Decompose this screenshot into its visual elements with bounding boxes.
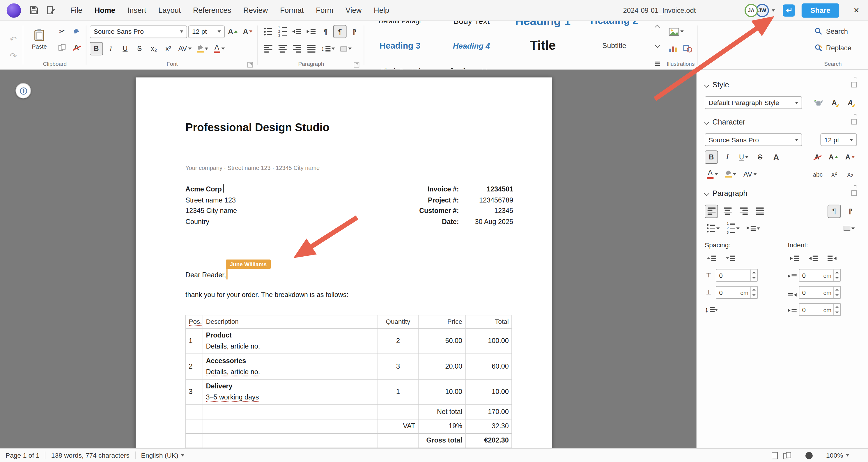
menu-help[interactable]: Help xyxy=(368,3,395,18)
menu-view[interactable]: View xyxy=(339,3,368,18)
zoom-control[interactable]: 100% xyxy=(826,452,849,459)
sidebar-underline-button[interactable]: U xyxy=(737,150,751,164)
numbered-list-button[interactable]: 123 xyxy=(276,25,289,38)
edit-style-icon[interactable]: A xyxy=(843,96,857,109)
sidebar-superscript-button[interactable]: x² xyxy=(828,167,841,181)
grow-font-button[interactable]: A xyxy=(226,25,240,38)
replace-button[interactable]: Replace xyxy=(812,40,854,55)
align-left-button[interactable] xyxy=(261,42,275,56)
sidebar-subscript-button[interactable]: x₂ xyxy=(843,167,857,181)
new-style-icon[interactable]: A xyxy=(828,96,841,109)
bullet-list-button[interactable] xyxy=(261,25,275,38)
gallery-scroll-up-icon[interactable] xyxy=(654,25,660,30)
sidebar-numbered-list-button[interactable]: 123 xyxy=(724,222,742,235)
sidebar-character-dialog-button[interactable]: A xyxy=(770,150,783,164)
style-section-expander-icon[interactable] xyxy=(851,82,857,87)
paste-button[interactable]: Paste xyxy=(27,24,52,55)
mode-toggle-button[interactable] xyxy=(783,4,795,16)
clear-formatting-icon[interactable]: A xyxy=(70,41,83,54)
menu-insert[interactable]: Insert xyxy=(121,3,152,18)
style-preformatted[interactable]: Preformatte xyxy=(436,58,507,69)
single-page-view-icon[interactable] xyxy=(772,452,778,459)
style-heading-3[interactable]: Heading 3 xyxy=(365,33,436,58)
multi-page-view-icon[interactable] xyxy=(783,452,792,459)
indent-after-stepper[interactable] xyxy=(833,287,840,298)
indent-before-field[interactable]: 0 cm xyxy=(799,269,841,282)
sidebar-align-right-button[interactable] xyxy=(737,204,750,218)
underline-button[interactable]: U xyxy=(119,42,132,56)
decrease-indent-icon[interactable] xyxy=(807,252,820,265)
style-section-header[interactable]: Style xyxy=(705,76,857,93)
justify-button[interactable] xyxy=(305,42,318,56)
document-canvas[interactable]: Professional Design Studio Your company … xyxy=(0,70,696,448)
space-below-stepper[interactable] xyxy=(750,287,757,298)
font-size-combobox[interactable]: 12 pt xyxy=(188,25,225,38)
copy-icon[interactable] xyxy=(55,41,69,54)
menu-file[interactable]: File xyxy=(64,3,89,18)
paragraph-collapse-icon[interactable] xyxy=(704,190,709,196)
first-line-indent-stepper[interactable] xyxy=(833,304,840,316)
gallery-more-icon[interactable] xyxy=(655,61,659,66)
decrease-indent-button[interactable] xyxy=(290,25,304,38)
menu-form[interactable]: Form xyxy=(310,3,339,18)
character-section-expander-icon[interactable] xyxy=(851,119,857,125)
insert-chart-button[interactable] xyxy=(666,42,680,56)
cut-icon[interactable]: ✂ xyxy=(55,25,69,38)
redo-icon[interactable]: ↷ xyxy=(7,49,20,62)
space-above-stepper[interactable] xyxy=(750,269,757,281)
sidebar-italic-button[interactable]: I xyxy=(721,150,734,164)
close-icon[interactable]: × xyxy=(851,5,861,15)
bold-button[interactable]: B xyxy=(90,42,103,56)
sidebar-bullet-list-button[interactable] xyxy=(705,222,721,235)
document-page[interactable]: Professional Design Studio Your company … xyxy=(136,77,552,448)
sidebar-align-center-button[interactable] xyxy=(721,204,734,218)
strikethrough-button[interactable]: S xyxy=(133,42,146,56)
style-heading-1[interactable]: Heading 1 xyxy=(507,21,578,33)
sidebar-shrink-font-button[interactable]: A xyxy=(843,150,857,164)
sidebar-font-name-combobox[interactable]: Source Sans Pro xyxy=(705,133,802,146)
formatting-marks-button[interactable]: ¶ xyxy=(333,25,347,38)
page-count[interactable]: Page 1 of 1 xyxy=(5,452,39,459)
paragraph-group-expander-icon[interactable] xyxy=(354,62,359,67)
character-section-header[interactable]: Character xyxy=(705,113,857,130)
paragraph-section-header[interactable]: Paragraph xyxy=(705,185,857,201)
share-button[interactable]: Share xyxy=(802,3,839,17)
style-default-paragraph[interactable]: Default Paragr xyxy=(365,21,436,33)
style-title[interactable]: Title xyxy=(507,33,578,58)
increase-paragraph-spacing-icon[interactable] xyxy=(705,252,718,265)
save-icon[interactable] xyxy=(27,3,41,17)
navigator-button[interactable] xyxy=(16,83,31,98)
paragraph-fill-button[interactable] xyxy=(339,42,354,56)
sidebar-bold-button[interactable]: B xyxy=(705,150,718,164)
paragraph-style-combobox[interactable]: Default Paragraph Style xyxy=(705,96,802,109)
indent-before-stepper[interactable] xyxy=(833,269,840,281)
font-group-expander-icon[interactable] xyxy=(247,62,253,67)
decrease-paragraph-spacing-icon[interactable] xyxy=(724,252,737,265)
avatars-dropdown-caret[interactable] xyxy=(772,9,775,11)
edit-document-icon[interactable] xyxy=(43,3,57,17)
style-heading-2[interactable]: Heading 2 xyxy=(578,21,650,33)
increase-indent-icon[interactable] xyxy=(788,252,801,265)
menu-format[interactable]: Format xyxy=(274,3,310,18)
sidebar-clear-formatting-button[interactable]: A xyxy=(810,150,824,164)
sidebar-align-left-button[interactable] xyxy=(705,204,718,218)
indent-after-field[interactable]: 0 cm xyxy=(799,286,841,299)
style-collapse-icon[interactable] xyxy=(704,82,709,88)
sidebar-font-color-button[interactable]: A xyxy=(705,167,720,181)
font-color-button[interactable]: A xyxy=(211,42,227,56)
sidebar-paragraph-rtl-button[interactable]: ¶ xyxy=(843,204,857,218)
character-spacing-button[interactable]: AV xyxy=(176,42,193,56)
menu-layout[interactable]: Layout xyxy=(152,3,187,18)
undo-icon[interactable]: ↶ xyxy=(7,32,20,46)
increase-indent-button[interactable] xyxy=(305,25,318,38)
sidebar-line-spacing-button[interactable]: ↕ xyxy=(705,303,718,316)
paragraph-ltr-button[interactable]: ¶ xyxy=(319,25,333,38)
space-below-field[interactable]: 0 cm xyxy=(716,286,758,299)
sidebar-strikethrough-button[interactable]: S xyxy=(753,150,767,164)
italic-button[interactable]: I xyxy=(104,42,118,56)
sidebar-highlight-button[interactable] xyxy=(723,167,739,181)
word-count[interactable]: 138 words, 774 characters xyxy=(51,452,129,459)
update-style-icon[interactable] xyxy=(811,96,825,109)
search-button[interactable]: Search xyxy=(812,24,854,39)
subscript-button[interactable]: x₂ xyxy=(147,42,161,56)
